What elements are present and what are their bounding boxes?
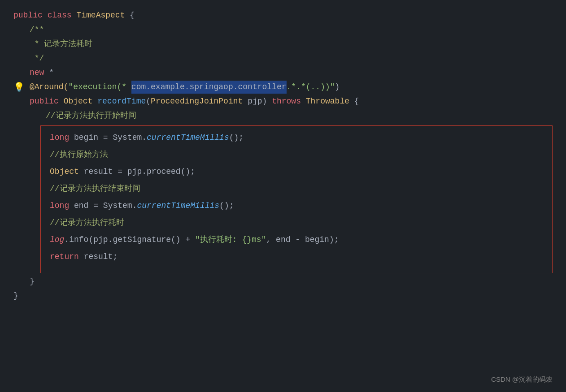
method-ctm2: currentTimeMillis bbox=[137, 199, 219, 212]
code-line-1: public class TimeAspect { bbox=[13, 9, 553, 23]
method-signature-line: public Object recordTime ( ProceedingJoi… bbox=[30, 95, 553, 109]
comment-original: //执行原始方法 bbox=[50, 148, 108, 161]
comment-begin-text: //记录方法执行开始时间 bbox=[46, 109, 136, 122]
type-pjp: ProceedingJoinPoint bbox=[151, 95, 243, 108]
type-object2: Object bbox=[50, 165, 79, 178]
keyword-public2: public bbox=[30, 95, 59, 108]
bulb-icon: 💡 bbox=[13, 81, 25, 95]
keyword-class: class bbox=[48, 9, 72, 22]
type-object: Object bbox=[64, 95, 93, 108]
string-elapsed: "执行耗时: {}ms" bbox=[195, 233, 266, 246]
keyword-public: public bbox=[13, 9, 43, 22]
comment-close: */ bbox=[30, 52, 44, 65]
comment-open: /** bbox=[30, 23, 44, 36]
watermark: CSDN @沉着的码农 bbox=[491, 375, 553, 384]
annotation-at: @Around( bbox=[30, 81, 68, 94]
annotation-string-end: " bbox=[330, 81, 335, 94]
comment-begin: //记录方法执行开始时间 bbox=[46, 109, 553, 124]
annotation-string-rest: .*.*(..)) bbox=[287, 81, 330, 94]
code-line-3: * 记录方法耗时 bbox=[30, 38, 553, 52]
kw-long1: long bbox=[50, 131, 69, 144]
code-editor: public class TimeAspect { /** * 记录方法耗时 *… bbox=[0, 0, 566, 392]
comment-end-time: //记录方法执行结束时间 bbox=[50, 182, 140, 195]
method-name: recordTime bbox=[97, 95, 146, 108]
annotation-line: 💡 @Around("execution(* com.example.sprin… bbox=[13, 81, 553, 95]
class-name: TimeAspect bbox=[76, 9, 125, 22]
kw-return: return bbox=[50, 250, 79, 263]
inner-comment-1: //执行原始方法 bbox=[50, 148, 543, 165]
type-throwable: Throwable bbox=[306, 95, 349, 108]
inner-line-1: long begin = System. currentTimeMillis (… bbox=[50, 131, 543, 148]
method-ctm1: currentTimeMillis bbox=[147, 131, 229, 144]
comment-text: * 记录方法耗时 bbox=[30, 38, 92, 51]
code-line-2: /** bbox=[30, 23, 553, 38]
close-method: } bbox=[30, 275, 553, 289]
code-line-5: new * bbox=[30, 66, 553, 81]
comment-elapsed: //记录方法执行耗时 bbox=[50, 216, 124, 229]
keyword-new: new bbox=[30, 66, 44, 79]
annotation-selected: com.example.springaop.controller bbox=[131, 81, 287, 94]
inner-line-5: return result; bbox=[50, 250, 543, 267]
highlighted-block: long begin = System. currentTimeMillis (… bbox=[40, 125, 553, 273]
close-class: } bbox=[13, 289, 553, 304]
kw-long2: long bbox=[50, 199, 69, 212]
keyword-throws: throws bbox=[272, 95, 301, 108]
inner-comment-3: //记录方法执行耗时 bbox=[50, 216, 543, 233]
inner-line-2: Object result = pjp.proceed(); bbox=[50, 165, 543, 182]
var-log: log bbox=[50, 233, 64, 246]
inner-line-3: long end = System. currentTimeMillis (); bbox=[50, 199, 543, 216]
inner-comment-2: //记录方法执行结束时间 bbox=[50, 182, 543, 199]
annotation-string-open: "execution(* bbox=[68, 81, 131, 94]
code-line-4: */ bbox=[30, 52, 553, 66]
inner-line-4: log .info(pjp.getSignature() + "执行耗时: {}… bbox=[50, 233, 543, 250]
